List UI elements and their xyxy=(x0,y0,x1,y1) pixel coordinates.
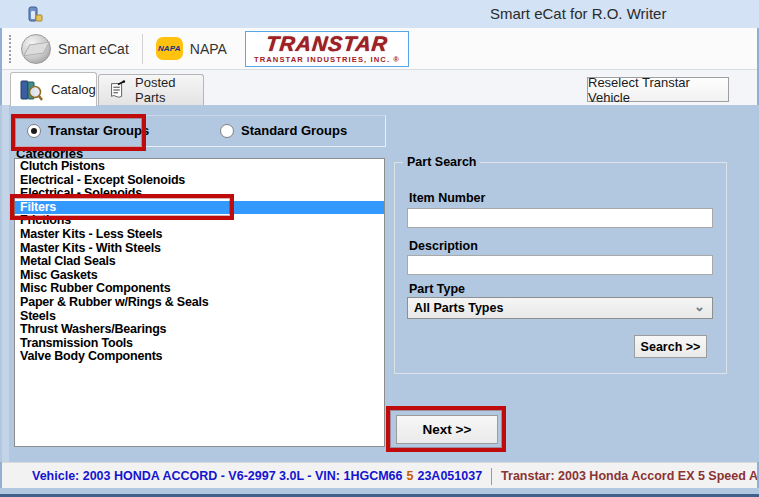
napa-icon: NAPA xyxy=(156,37,183,60)
list-item[interactable]: Master Kits - Less Steels xyxy=(15,228,384,242)
title-bar: Smart eCat for R.O. Writer xyxy=(0,0,759,28)
part-type-value: All Parts Types xyxy=(414,301,503,315)
smart-ecat-icon xyxy=(21,34,51,64)
list-item[interactable]: Metal Clad Seals xyxy=(15,255,384,269)
list-item[interactable]: Clutch Pistons xyxy=(15,160,384,174)
reselect-transtar-vehicle-button[interactable]: Reselect Transtar Vehicle xyxy=(587,77,729,102)
napa-button[interactable]: NAPA NAPA xyxy=(146,31,237,67)
catalog-books-icon xyxy=(19,79,43,101)
list-item-selected[interactable]: Filters xyxy=(15,201,384,215)
next-button[interactable]: Next >> xyxy=(396,415,498,444)
app-icon xyxy=(28,6,43,22)
description-input[interactable] xyxy=(407,255,713,275)
tab-posted-parts[interactable]: Posted Parts xyxy=(98,74,204,105)
categories-listbox[interactable]: Clutch Pistons Electrical - Except Solen… xyxy=(14,158,385,447)
chevron-down-icon: ⌄ xyxy=(694,299,705,314)
posted-parts-scroll-icon xyxy=(107,79,127,101)
item-number-label: Item Number xyxy=(409,191,485,205)
list-item[interactable]: Electrical - Solenoids xyxy=(15,187,384,201)
list-item[interactable]: Master Kits - With Steels xyxy=(15,242,384,256)
toolbar: Smart eCat NAPA NAPA TRANSTAR TRANSTAR I… xyxy=(2,28,757,70)
list-item[interactable]: Frictions xyxy=(15,214,384,228)
toolbar-separator xyxy=(142,34,143,64)
radio-transtar-groups-label: Transtar Groups xyxy=(48,123,149,138)
tab-posted-parts-label: Posted Parts xyxy=(135,75,203,105)
status-transtar-text: Transtar: 2003 Honda Accord EX 5 Speed A… xyxy=(501,469,757,483)
status-separator xyxy=(491,468,492,485)
list-item[interactable]: Steels xyxy=(15,310,384,324)
radio-transtar-groups[interactable]: Transtar Groups xyxy=(27,123,149,138)
part-type-select[interactable]: All Parts Types ⌄ xyxy=(407,297,713,319)
radio-standard-groups-label: Standard Groups xyxy=(241,123,347,138)
smart-ecat-label: Smart eCat xyxy=(58,41,129,57)
description-label: Description xyxy=(409,239,478,253)
part-type-label: Part Type xyxy=(409,282,465,296)
list-item[interactable]: Misc Rubber Components xyxy=(15,282,384,296)
part-search-title: Part Search xyxy=(403,155,480,169)
status-vin-suffix: 23A051037 xyxy=(417,469,482,483)
window-bottom-edge xyxy=(0,488,759,497)
status-vehicle-text: Vehicle: 2003 HONDA ACCORD - V6-2997 3.0… xyxy=(32,469,403,483)
smart-ecat-button[interactable]: Smart eCat xyxy=(11,31,139,67)
groups-radio-panel: Transtar Groups Standard Groups xyxy=(14,115,386,147)
list-item[interactable]: Transmission Tools xyxy=(15,337,384,351)
tab-catalog-label: Catalog xyxy=(51,82,96,97)
transtar-logo: TRANSTAR xyxy=(253,33,401,54)
part-search-groupbox: Part Search Item Number Description Part… xyxy=(394,162,727,374)
transtar-button[interactable]: TRANSTAR TRANSTAR INDUSTRIES, INC. ® xyxy=(245,31,409,67)
list-item[interactable]: Misc Gaskets xyxy=(15,269,384,283)
radio-circle xyxy=(27,124,41,138)
list-item[interactable]: Paper & Rubber w/Rings & Seals xyxy=(15,296,384,310)
status-bar: Vehicle: 2003 HONDA ACCORD - V6-2997 3.0… xyxy=(2,462,757,489)
search-button[interactable]: Search >> xyxy=(634,335,707,358)
list-item[interactable]: Electrical - Except Solenoids xyxy=(15,174,384,188)
item-number-input[interactable] xyxy=(407,208,713,228)
tab-strip: Catalog Posted Parts Reselect Transtar V… xyxy=(2,70,757,105)
radio-circle xyxy=(220,124,234,138)
window-title: Smart eCat for R.O. Writer xyxy=(490,5,666,22)
list-item[interactable]: Valve Body Components xyxy=(15,350,384,364)
radio-standard-groups[interactable]: Standard Groups xyxy=(220,123,347,138)
tab-catalog[interactable]: Catalog xyxy=(10,72,97,106)
transtar-logo-subtitle: TRANSTAR INDUSTRIES, INC. ® xyxy=(254,55,400,64)
list-item[interactable]: Thrust Washers/Bearings xyxy=(15,323,384,337)
app-window: Smart eCat for R.O. Writer Smart eCat NA… xyxy=(0,0,759,497)
page-left-strip xyxy=(2,105,9,462)
status-vin-highlight: 5 xyxy=(407,469,414,483)
napa-label: NAPA xyxy=(190,41,227,57)
